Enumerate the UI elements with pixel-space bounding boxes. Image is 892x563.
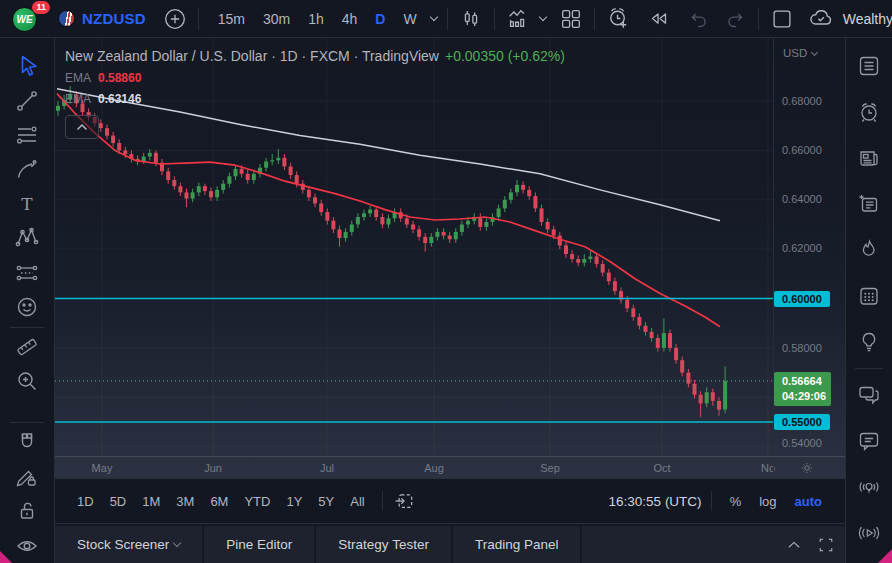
month-tick: Sep xyxy=(540,462,560,474)
separator xyxy=(382,491,383,511)
layout-grid-icon[interactable] xyxy=(558,6,584,32)
range-1y[interactable]: 1Y xyxy=(278,490,310,513)
timeframe-1h[interactable]: 1h xyxy=(299,11,333,27)
tradingview-app: WE 11 NZDUSD 15m 30m 1h 4h D W xyxy=(0,0,892,563)
timeframe-30m[interactable]: 30m xyxy=(254,11,299,27)
lock-all-tool-button[interactable] xyxy=(0,494,54,528)
cloud-save-icon[interactable] xyxy=(807,5,835,33)
right-sidebar xyxy=(845,38,892,563)
price-badge: 0.5666404:29:06 xyxy=(774,372,831,406)
ideas-stream-button[interactable] xyxy=(856,464,882,510)
measure-tool-button[interactable] xyxy=(0,329,54,363)
timeframe-4h[interactable]: 4h xyxy=(333,11,367,27)
indicators-dropdown-icon[interactable] xyxy=(535,14,546,23)
clock[interactable]: 16:30:55 (UTC) xyxy=(609,494,702,509)
brush-tool-button[interactable] xyxy=(0,152,54,186)
timeframe-1d[interactable]: D xyxy=(366,11,394,27)
chart-settings-gear-icon[interactable] xyxy=(799,460,815,476)
range-1m[interactable]: 1M xyxy=(134,490,168,513)
price-change: +0.00350 (+0.62%) xyxy=(445,48,565,64)
candle-style-icon[interactable] xyxy=(458,6,484,32)
emoji-tool-button[interactable] xyxy=(0,290,54,324)
hotlists-button[interactable] xyxy=(856,227,882,273)
go-to-date-icon[interactable] xyxy=(392,489,417,514)
auto-scale-button[interactable]: auto xyxy=(786,490,831,513)
timeframe-1w[interactable]: W xyxy=(394,11,425,27)
symbol-search-button[interactable]: NZDUSD xyxy=(82,10,146,27)
redo-icon[interactable] xyxy=(722,6,748,32)
panel-expand-up-icon[interactable] xyxy=(785,536,803,554)
alerts-button[interactable] xyxy=(856,89,882,135)
user-menu-button[interactable]: WE 11 xyxy=(10,4,44,34)
sidebar-divider xyxy=(855,368,883,369)
ideas-button[interactable] xyxy=(856,319,882,365)
range-all[interactable]: All xyxy=(342,490,372,513)
separator xyxy=(758,8,759,30)
chart-area: New Zealand Dollar / U.S. Dollar · 1D · … xyxy=(55,38,845,478)
trend-line-tool-button[interactable] xyxy=(0,83,54,117)
panel-maximize-icon[interactable] xyxy=(817,536,835,554)
fib-retracement-tool-button[interactable] xyxy=(0,118,54,152)
range-5d[interactable]: 5D xyxy=(102,490,135,513)
tab-trading-panel[interactable]: Trading Panel xyxy=(453,526,581,563)
layout-single-icon[interactable] xyxy=(769,6,795,32)
currency-selector[interactable]: USD xyxy=(783,47,817,59)
main-row: T xyxy=(0,38,892,563)
bar-countdown: 04:29:06 xyxy=(782,389,826,404)
account-name[interactable]: Wealthy Educ... xyxy=(843,11,892,27)
magnet-tool-button[interactable] xyxy=(0,425,54,459)
month-tick: Jul xyxy=(320,462,334,474)
prediction-tool-button[interactable] xyxy=(0,256,54,290)
undo-icon[interactable] xyxy=(686,6,712,32)
drawing-lock-tool-button[interactable] xyxy=(0,460,54,494)
indicator-row-ema-short[interactable]: EMA0.58860 xyxy=(65,71,565,85)
range-5y[interactable]: 5Y xyxy=(310,490,342,513)
separator xyxy=(711,491,712,511)
tab-pine-editor[interactable]: Pine Editor xyxy=(204,526,314,563)
timeframe-15m[interactable]: 15m xyxy=(209,11,254,27)
xabcd-pattern-tool-button[interactable] xyxy=(0,221,54,255)
zoom-in-tool-button[interactable] xyxy=(0,364,54,398)
replay-icon[interactable] xyxy=(646,6,672,32)
watchlist-button[interactable] xyxy=(856,43,882,89)
separator xyxy=(494,8,495,30)
public-chats-button[interactable] xyxy=(856,372,882,418)
tab-label: Pine Editor xyxy=(226,537,292,552)
calendar-button[interactable] xyxy=(856,273,882,319)
tab-strategy-tester[interactable]: Strategy Tester xyxy=(316,526,451,563)
range-ytd[interactable]: YTD xyxy=(236,490,278,513)
drawing-toolbar: T xyxy=(0,38,55,563)
text-notes-button[interactable] xyxy=(856,181,882,227)
price-tick: 0.62000 xyxy=(774,242,822,254)
separator xyxy=(198,8,199,30)
month-tick: Oct xyxy=(653,462,670,474)
range-3m[interactable]: 3M xyxy=(168,490,202,513)
toolbar-divider xyxy=(10,327,44,328)
tab-stock-screener[interactable]: Stock Screener xyxy=(55,526,202,563)
indicator-value: 0.63146 xyxy=(98,92,141,106)
svg-text:T: T xyxy=(21,193,33,213)
log-scale-button[interactable]: log xyxy=(750,490,785,513)
bottom-panel-controls xyxy=(582,526,845,563)
range-1d[interactable]: 1D xyxy=(69,490,102,513)
private-chat-button[interactable] xyxy=(856,418,882,464)
alert-add-icon[interactable] xyxy=(605,5,632,32)
news-button[interactable] xyxy=(856,135,882,181)
symbol-description[interactable]: New Zealand Dollar / U.S. Dollar · 1D · … xyxy=(65,48,439,64)
price-tick: 0.54000 xyxy=(774,437,822,449)
cursor-tool-button[interactable] xyxy=(0,49,54,83)
collapse-legend-button[interactable] xyxy=(65,115,99,139)
compare-add-icon[interactable] xyxy=(162,6,188,32)
indicators-icon[interactable] xyxy=(505,6,531,32)
time-axis[interactable]: MayJunJulAugSepOctNo xyxy=(55,456,845,478)
text-tool-button[interactable]: T xyxy=(0,187,54,221)
chart-pane[interactable]: New Zealand Dollar / U.S. Dollar · 1D · … xyxy=(55,38,773,456)
indicator-row-ema-long[interactable]: EMA0.63146 xyxy=(65,92,565,106)
range-6m[interactable]: 6M xyxy=(202,490,236,513)
price-axis[interactable]: USD 0.680000.660000.640000.620000.600000… xyxy=(773,38,845,478)
percent-scale-button[interactable]: % xyxy=(721,490,751,513)
currency-label: USD xyxy=(783,47,807,59)
price-tick: 0.68000 xyxy=(774,95,822,107)
timeframe-dropdown-icon[interactable] xyxy=(426,14,437,23)
separator xyxy=(447,8,448,30)
